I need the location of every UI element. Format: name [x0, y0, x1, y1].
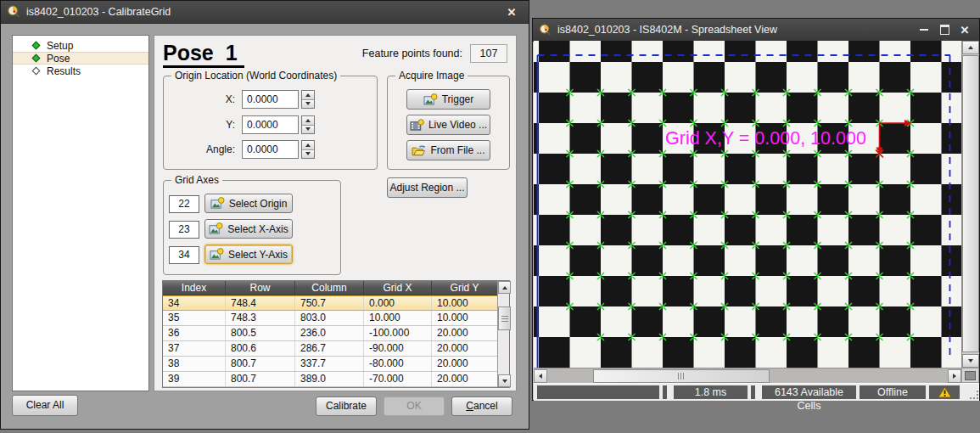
step-complete-icon: [32, 42, 41, 50]
spreadsheet-titlebar[interactable]: is8402_010203 - IS8402M - Spreadsheet Vi…: [533, 19, 979, 42]
acquire-image-group-title: Acquire Image: [395, 70, 468, 82]
close-icon[interactable]: ✕: [501, 4, 522, 20]
select-x-axis-button[interactable]: Select X-Axis: [204, 219, 293, 239]
scroll-right-icon[interactable]: [948, 369, 961, 383]
step-complete-icon: [32, 54, 41, 63]
scrollbar-thumb[interactable]: [498, 306, 511, 330]
spinner-down-icon[interactable]: [302, 149, 314, 159]
angle-spinner: [301, 140, 315, 159]
table-row[interactable]: 37 800.6 286.7 -90.000 20.000: [163, 341, 497, 357]
feature-points-value: 107: [470, 44, 507, 63]
tree-item-pose[interactable]: Pose: [13, 52, 148, 65]
minimize-icon[interactable]: [914, 22, 934, 37]
x-axis-index-field[interactable]: 23: [169, 221, 199, 239]
select-origin-button[interactable]: Select Origin: [204, 194, 293, 213]
angle-field[interactable]: 0.0000: [242, 140, 299, 159]
col-header-index[interactable]: Index: [163, 281, 226, 295]
tree-item-setup[interactable]: Setup: [13, 39, 148, 52]
status-segment-empty: [537, 385, 659, 399]
table-row[interactable]: 35 748.3 803.0 10.000 10.000: [163, 311, 497, 326]
trigger-button[interactable]: Trigger: [406, 89, 490, 110]
y-spinner: [301, 115, 315, 134]
scrollbar-thumb[interactable]: [593, 369, 770, 383]
dialog-title: is8402_010203 - CalibrateGrid: [26, 6, 171, 18]
scrollbar-corner-button[interactable]: [961, 368, 979, 383]
angle-label: Angle:: [169, 143, 235, 155]
spinner-up-icon[interactable]: [302, 141, 314, 149]
status-divider: [663, 385, 667, 399]
calibration-grid-image[interactable]: Grid X,Y = 0.000, 10.000: [534, 41, 961, 368]
origin-location-group: Origin Location (World Coordinates) X: 0…: [163, 76, 378, 170]
table-header-row: Index Row Column Grid X Grid Y: [163, 281, 497, 295]
status-divider: [751, 385, 755, 399]
open-file-icon: [412, 144, 426, 157]
origin-index-field[interactable]: 22: [169, 195, 199, 213]
acquire-image-group: Acquire Image Trigger Live Video ... Fro…: [387, 76, 510, 170]
col-header-grid-y[interactable]: Grid Y: [432, 281, 497, 295]
spinner-up-icon[interactable]: [302, 116, 314, 125]
scroll-down-icon[interactable]: [962, 354, 979, 368]
y-label: Y:: [169, 119, 235, 131]
grid-axes-group: Grid Axes 22 Select Origin 23 Select X-A…: [163, 180, 341, 275]
status-available-cells: 6143 Available Cells: [762, 385, 856, 399]
calibrategrid-titlebar[interactable]: is8402_010203 - CalibrateGrid ✕: [1, 1, 529, 24]
select-y-axis-button[interactable]: Select Y-Axis: [204, 245, 293, 264]
scroll-up-icon[interactable]: [962, 41, 979, 54]
calibrate-button[interactable]: Calibrate: [316, 396, 377, 416]
pose-page: Pose 1 Feature points found: 107 Origin …: [154, 35, 517, 391]
setup-tree: Setup Pose Results: [12, 35, 149, 391]
spinner-down-icon[interactable]: [302, 99, 314, 109]
calibrategrid-dialog: is8402_010203 - CalibrateGrid ✕ Setup Po…: [0, 0, 529, 430]
spreadsheet-view-window: is8402_010203 - IS8402M - Spreadsheet Vi…: [532, 18, 980, 401]
x-field[interactable]: 0.0000: [242, 90, 299, 109]
select-point-icon: [209, 222, 223, 235]
window-title: is8402_010203 - IS8402M - Spreadsheet Vi…: [557, 24, 777, 36]
adjust-region-button[interactable]: Adjust Region ...: [387, 177, 468, 198]
cancel-button[interactable]: Cancel: [451, 396, 512, 416]
live-video-icon: [410, 119, 424, 132]
table-row[interactable]: 34 748.4 750.7 0.000 10.000: [163, 295, 497, 311]
image-horizontal-scrollbar[interactable]: [534, 368, 961, 383]
trigger-icon: [423, 93, 438, 106]
app-icon: [539, 24, 552, 37]
select-point-icon: [210, 248, 224, 261]
clear-all-button[interactable]: Clear All: [12, 395, 78, 416]
ok-button: OK: [384, 396, 445, 416]
col-header-column[interactable]: Column: [295, 281, 364, 295]
grid-xy-overlay-text: Grid X,Y = 0.000, 10.000: [665, 128, 866, 149]
live-video-button[interactable]: Live Video ...: [406, 115, 490, 135]
maximize-icon[interactable]: [934, 22, 955, 37]
status-connection: Offline: [860, 385, 926, 399]
feature-points-label: Feature points found:: [362, 48, 462, 59]
table-row[interactable]: 36 800.5 236.0 -100.000 20.000: [163, 326, 497, 341]
x-spinner: [301, 90, 315, 109]
tree-item-results[interactable]: Results: [13, 65, 148, 77]
app-icon: [7, 5, 20, 19]
table-row[interactable]: 39 800.7 389.0 -70.000 20.000: [163, 372, 497, 387]
y-axis-index-field[interactable]: 34: [169, 246, 199, 264]
y-field[interactable]: 0.0000: [242, 115, 299, 134]
feature-points-table: Index Row Column Grid X Grid Y 34 748.4 …: [162, 280, 510, 388]
status-acquisition-time: 1.8 ms: [674, 385, 748, 399]
col-header-row[interactable]: Row: [226, 281, 295, 295]
resize-grip[interactable]: [970, 391, 978, 399]
scroll-up-icon[interactable]: [498, 281, 511, 294]
x-label: X:: [169, 93, 235, 105]
warning-icon: [938, 386, 952, 398]
close-icon[interactable]: ✕: [955, 22, 975, 37]
scrollbar-thumb[interactable]: [962, 55, 979, 352]
scroll-down-icon[interactable]: [498, 374, 511, 387]
grid-axes-group-title: Grid Axes: [171, 174, 222, 186]
spinner-down-icon[interactable]: [302, 125, 314, 134]
status-warning-segment[interactable]: [929, 385, 960, 399]
select-point-icon: [210, 197, 225, 210]
image-vertical-scrollbar[interactable]: [961, 41, 979, 368]
col-header-grid-x[interactable]: Grid X: [364, 281, 432, 295]
from-file-button[interactable]: From File ...: [406, 140, 490, 160]
table-scrollbar[interactable]: [497, 281, 509, 387]
scroll-left-icon[interactable]: [534, 369, 547, 383]
spinner-up-icon[interactable]: [302, 91, 314, 99]
table-row[interactable]: 38 800.7 337.7 -80.000 20.000: [163, 357, 497, 372]
desktop: is8402_010203 - CalibrateGrid ✕ Setup Po…: [0, 0, 980, 433]
status-bar: 1.8 ms 6143 Available Cells Offline: [534, 383, 979, 401]
